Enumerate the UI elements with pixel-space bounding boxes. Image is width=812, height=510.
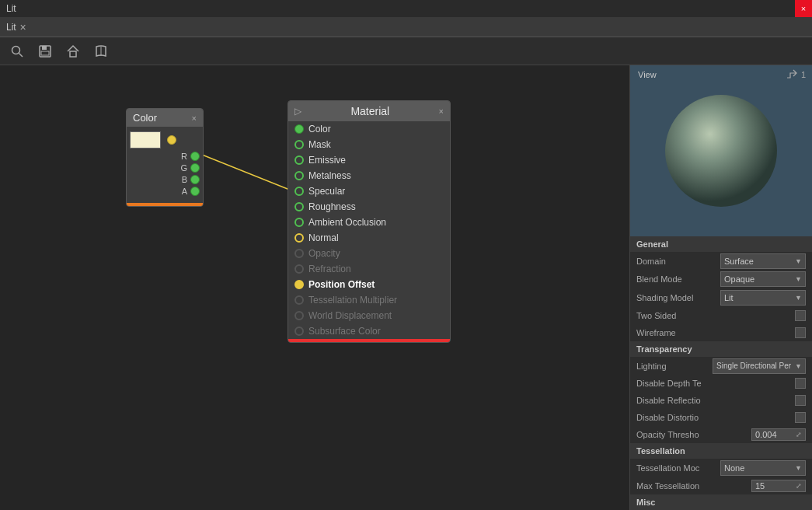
input-position-offset-dot[interactable]: [294, 280, 304, 289]
opacity-expand-icon[interactable]: ⤢: [796, 431, 802, 438]
color-node-close[interactable]: ×: [192, 114, 197, 123]
input-mask-label: Mask: [308, 139, 331, 150]
max-tessellation-value[interactable]: 15 ⤢: [751, 480, 806, 492]
shading-model-label: Shading Model: [636, 293, 717, 302]
menu-bar: Lit ×: [0, 17, 812, 37]
disable-depth-label: Disable Depth Te: [636, 379, 792, 388]
material-input-emissive: Emissive: [288, 152, 450, 168]
search-toolbar-button[interactable]: [6, 40, 28, 62]
domain-dropdown[interactable]: Surface ▼: [720, 253, 806, 269]
close-button[interactable]: ×: [795, 0, 812, 17]
general-section-header: General: [630, 236, 812, 252]
home-toolbar-button[interactable]: [62, 40, 84, 62]
lighting-dropdown[interactable]: Single Directional Per ▼: [713, 358, 806, 374]
svg-point-8: [665, 95, 777, 207]
input-normal-label: Normal: [308, 232, 339, 243]
input-ao-dot[interactable]: [294, 218, 304, 227]
input-subsurface-dot[interactable]: [294, 327, 304, 336]
svg-rect-5: [70, 51, 76, 57]
material-arrow-icon: ▷: [294, 106, 301, 117]
disable-reflection-checkbox[interactable]: [795, 395, 806, 406]
input-emissive-dot[interactable]: [294, 155, 304, 165]
save-toolbar-button[interactable]: [34, 40, 56, 62]
misc-section-header: Misc: [630, 494, 812, 510]
tessellation-mode-arrow: ▼: [795, 464, 802, 472]
wireframe-checkbox[interactable]: [795, 327, 806, 338]
input-specular-dot[interactable]: [294, 187, 304, 196]
input-position-offset-label: Position Offset: [308, 279, 375, 290]
book-toolbar-button[interactable]: [90, 40, 112, 62]
svg-line-1: [19, 53, 23, 57]
material-input-subsurface: Subsurface Color: [288, 323, 450, 339]
sphere-preview: [659, 89, 783, 215]
input-emissive-label: Emissive: [308, 155, 346, 166]
domain-dropdown-arrow: ▼: [795, 257, 802, 265]
max-tessellation-expand-icon[interactable]: ⤢: [796, 482, 802, 490]
color-node-title: Color: [133, 112, 157, 124]
opacity-threshold-value[interactable]: 0.004 ⤢: [751, 428, 806, 441]
toolbar: [0, 37, 812, 65]
disable-distortion-label: Disable Distortio: [636, 413, 792, 422]
title-bar: Lit ×: [0, 0, 812, 17]
output-g-label: G: [180, 163, 187, 173]
input-color-label: Color: [308, 124, 331, 134]
material-input-ao: Ambient Occlusion: [288, 215, 450, 230]
input-color-dot[interactable]: [294, 124, 304, 134]
input-opacity-dot[interactable]: [294, 249, 304, 258]
color-output-dot[interactable]: [167, 135, 176, 145]
input-refraction-dot[interactable]: [294, 264, 304, 274]
disable-reflection-row: Disable Reflectio: [630, 392, 812, 409]
input-metalness-label: Metalness: [308, 170, 351, 181]
material-node[interactable]: ▷ Material × Color Mask Emissive: [288, 100, 451, 343]
shading-model-dropdown[interactable]: Lit ▼: [720, 290, 806, 306]
color-preview-swatch[interactable]: [130, 131, 161, 148]
view-icon-area: 1: [786, 68, 806, 81]
material-input-specular: Specular: [288, 183, 450, 199]
opacity-threshold-label: Opacity Thresho: [636, 430, 748, 439]
two-sided-checkbox[interactable]: [795, 310, 806, 321]
blend-mode-value: Opaque: [724, 274, 754, 284]
output-g-dot[interactable]: [190, 163, 200, 173]
output-row-a: A: [130, 187, 200, 196]
input-refraction-label: Refraction: [308, 264, 351, 274]
tessellation-mode-dropdown[interactable]: None ▼: [720, 460, 806, 476]
max-tessellation-label: Max Tessellation: [636, 481, 748, 491]
material-input-position-offset: Position Offset: [288, 277, 450, 292]
output-r-dot[interactable]: [190, 152, 200, 161]
menu-bar-close-button[interactable]: ×: [16, 20, 30, 34]
canvas-area[interactable]: Color × R G B: [0, 65, 629, 510]
shading-model-row: Shading Model Lit ▼: [630, 288, 812, 307]
output-a-dot[interactable]: [190, 187, 200, 196]
disable-distortion-checkbox[interactable]: [795, 412, 806, 423]
shading-model-arrow: ▼: [795, 294, 802, 302]
input-normal-dot[interactable]: [294, 233, 304, 243]
opacity-threshold-text: 0.004: [755, 430, 777, 439]
input-subsurface-label: Subsurface Color: [308, 326, 381, 337]
blend-mode-dropdown[interactable]: Opaque ▼: [720, 271, 806, 287]
material-input-opacity: Opacity: [288, 246, 450, 261]
color-node-header: Color ×: [127, 109, 203, 127]
input-tessellation-label: Tessellation Multiplier: [308, 295, 397, 306]
output-a-label: A: [182, 187, 187, 196]
input-specular-label: Specular: [308, 186, 345, 197]
material-node-title: Material: [350, 105, 389, 117]
input-metalness-dot[interactable]: [294, 171, 304, 180]
svg-line-7: [202, 155, 299, 194]
input-roughness-dot[interactable]: [294, 202, 304, 211]
lighting-label: Lighting: [636, 362, 709, 371]
color-node[interactable]: Color × R G B: [126, 108, 204, 207]
output-b-dot[interactable]: [190, 175, 200, 184]
input-world-displacement-dot[interactable]: [294, 311, 304, 320]
material-node-header: ▷ Material ×: [288, 101, 450, 121]
input-tessellation-dot[interactable]: [294, 295, 304, 305]
input-mask-dot[interactable]: [294, 140, 304, 149]
disable-distortion-row: Disable Distortio: [630, 409, 812, 426]
svg-rect-4: [41, 51, 49, 55]
input-world-displacement-label: World Displacement: [308, 310, 392, 321]
svg-point-0: [12, 46, 20, 54]
view-section: View 1: [630, 65, 812, 236]
material-node-close[interactable]: ×: [439, 107, 444, 116]
tessellation-mode-row: Tessellation Moc None ▼: [630, 459, 812, 477]
output-row-r: R: [130, 152, 200, 161]
disable-depth-checkbox[interactable]: [795, 378, 806, 389]
